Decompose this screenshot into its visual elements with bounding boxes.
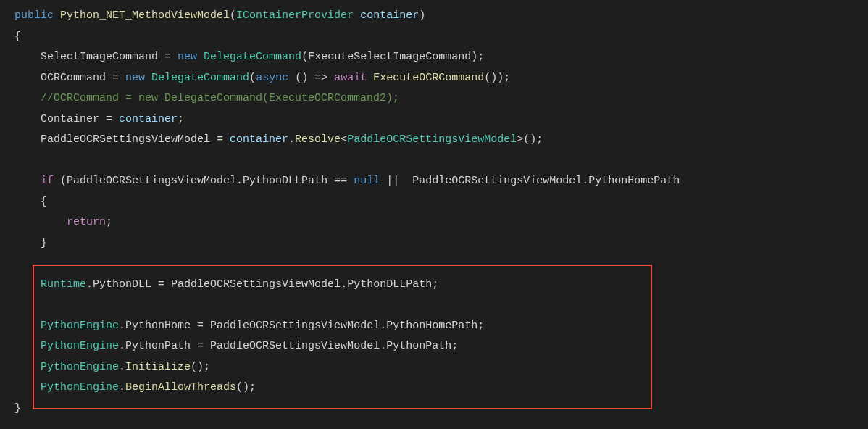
code-line: PythonEngine.BeginAllowThreads(); — [14, 378, 868, 399]
code-line: return; — [14, 212, 868, 233]
code-editor[interactable]: public Python_NET_MethodViewModel(IConta… — [0, 0, 868, 425]
code-line: if (PaddleOCRSettingsViewModel.PythonDLL… — [14, 171, 868, 192]
code-line-blank — [14, 151, 868, 172]
code-line: } — [14, 399, 868, 420]
code-line: PythonEngine.Initialize(); — [14, 357, 868, 378]
code-line: PaddleOCRSettingsViewModel = container.R… — [14, 130, 868, 151]
code-line-blank — [14, 295, 868, 316]
code-line: { — [14, 27, 868, 48]
code-line: } — [14, 233, 868, 254]
code-line: OCRCommand = new DelegateCommand(async (… — [14, 68, 868, 89]
code-line: { — [14, 192, 868, 213]
code-line: SelectImageCommand = new DelegateCommand… — [14, 47, 868, 68]
code-line: Runtime.PythonDLL = PaddleOCRSettingsVie… — [14, 275, 868, 296]
code-line: PythonEngine.PythonHome = PaddleOCRSetti… — [14, 316, 868, 337]
code-line: public Python_NET_MethodViewModel(IConta… — [14, 6, 868, 27]
code-line: PythonEngine.PythonPath = PaddleOCRSetti… — [14, 336, 868, 357]
code-line-blank — [14, 254, 868, 275]
code-line-comment: //OCRCommand = new DelegateCommand(Execu… — [14, 88, 868, 109]
code-line: Container = container; — [14, 109, 868, 130]
